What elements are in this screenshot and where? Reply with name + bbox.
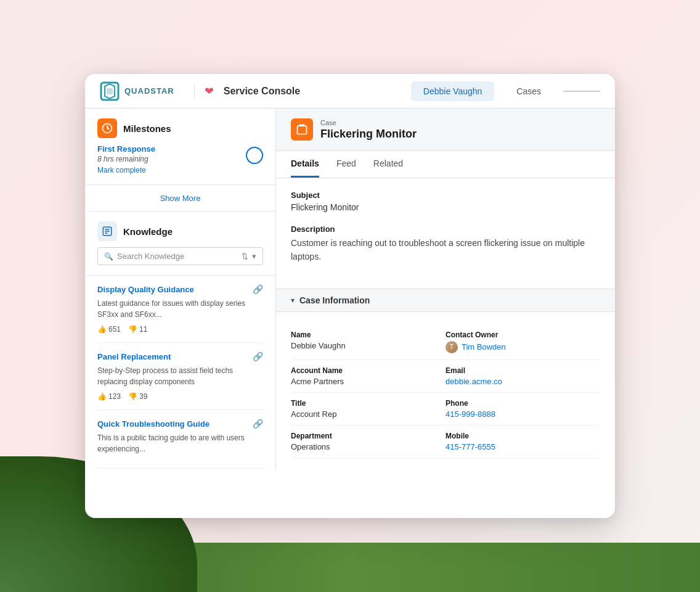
- article-title-1[interactable]: Display Quality Guidance: [97, 285, 194, 294]
- tab-cases[interactable]: Cases: [504, 81, 553, 101]
- article-list: Display Quality Guidance 🔗 Latest guidan…: [85, 276, 275, 469]
- article-desc-3: This is a public facing guide to are wit…: [97, 432, 263, 454]
- account-name-label: Account Name: [291, 366, 438, 375]
- description-field: Description Customer is reaching out to …: [291, 224, 600, 264]
- thumbs-down-2: 👎 39: [128, 392, 147, 401]
- title-label: Title: [291, 399, 438, 408]
- contact-owner-value[interactable]: Tim Bowden: [462, 342, 506, 352]
- app-title: Service Console: [224, 86, 401, 97]
- article-desc-2: Step-by-Step process to assist field tec…: [97, 365, 263, 387]
- logo-icon: [100, 81, 120, 101]
- milestones-header: Milestones: [97, 118, 263, 138]
- account-name-value: Acme Partners: [291, 377, 438, 386]
- account-name-cell: Account Name Acme Partners: [291, 360, 446, 393]
- svg-rect-7: [298, 126, 307, 134]
- milestones-title: Milestones: [123, 123, 171, 134]
- phone-label: Phone: [446, 399, 593, 408]
- milestone-time: 8 hrs remaining: [97, 155, 238, 163]
- email-value[interactable]: debbie.acme.co: [446, 377, 593, 386]
- case-details: Subject Flickering Monitor Description C…: [276, 178, 615, 289]
- nav-bar: QUADSTAR ❤ Service Console Debbie Vaughn…: [85, 74, 615, 109]
- case-label: Case: [320, 119, 600, 126]
- description-value: Customer is reaching out to troubleshoot…: [291, 236, 600, 264]
- accordion-chevron-icon: ▾: [291, 296, 295, 305]
- contact-owner-cell: Contact Owner T Tim Bowden: [446, 324, 600, 360]
- phone-cell: Phone 415-999-8888: [446, 393, 600, 426]
- accordion-title: Case Information: [299, 295, 370, 305]
- contact-owner-label: Contact Owner: [446, 331, 593, 339]
- thumbs-up-2: 👍 123: [97, 392, 121, 401]
- article-title-row-1: Display Quality Guidance 🔗: [97, 284, 263, 294]
- contact-owner-row: T Tim Bowden: [446, 341, 593, 353]
- milestone-circle-indicator: [246, 147, 263, 164]
- email-label: Email: [446, 366, 593, 375]
- show-more-section: Show More: [85, 185, 275, 212]
- contact-owner-avatar: T: [446, 341, 458, 353]
- milestone-details: First Response 8 hrs remaining Mark comp…: [97, 144, 238, 175]
- case-title-area: Case Flickering Monitor: [320, 119, 600, 141]
- milestone-section-icon: [97, 118, 117, 138]
- tab-debbie-vaughn[interactable]: Debbie Vaughn: [411, 81, 494, 101]
- thumbs-down-icon-2: 👎: [128, 392, 137, 401]
- name-label: Name: [291, 331, 438, 339]
- search-icon: 🔍: [104, 252, 113, 261]
- article-votes-1: 👍 651 👎 11: [97, 325, 263, 334]
- tab-details[interactable]: Details: [291, 151, 319, 178]
- article-title-row-2: Panel Replacement 🔗: [97, 352, 263, 361]
- tab-related[interactable]: Related: [373, 151, 403, 178]
- case-title: Flickering Monitor: [320, 128, 600, 141]
- logo-text: QUADSTAR: [124, 86, 174, 96]
- milestones-section: Milestones First Response 8 hrs remainin…: [85, 109, 275, 185]
- title-cell: Title Account Rep: [291, 393, 446, 426]
- milestone-name[interactable]: First Response: [97, 144, 238, 154]
- case-info-accordion[interactable]: ▾ Case Information: [276, 289, 615, 312]
- knowledge-search-box[interactable]: 🔍 Search Knowledge ⇅ ▾: [97, 247, 263, 265]
- article-link-icon-3[interactable]: 🔗: [253, 419, 263, 429]
- name-cell: Name Debbie Vaughn: [291, 324, 446, 360]
- subject-field: Subject Flickering Monitor: [291, 191, 600, 212]
- email-cell: Email debbie.acme.co: [446, 360, 600, 393]
- article-item-1: Display Quality Guidance 🔗 Latest guidan…: [97, 276, 263, 343]
- show-more-link[interactable]: Show More: [160, 194, 201, 203]
- subject-label: Subject: [291, 191, 600, 200]
- mobile-cell: Mobile 415-777-6555: [446, 426, 600, 458]
- mobile-label: Mobile: [446, 432, 593, 440]
- department-label: Department: [291, 432, 438, 440]
- article-link-icon-1[interactable]: 🔗: [253, 284, 263, 294]
- article-link-icon-2[interactable]: 🔗: [253, 352, 263, 361]
- article-title-2[interactable]: Panel Replacement: [97, 352, 171, 361]
- knowledge-title: Knowledge: [123, 226, 173, 237]
- description-label: Description: [291, 224, 600, 234]
- thumbs-up-icon-1: 👍: [97, 325, 107, 334]
- filter-icon[interactable]: ▾: [252, 252, 256, 261]
- knowledge-search-placeholder: Search Knowledge: [117, 252, 238, 261]
- article-title-3[interactable]: Quick Troubleshooting Guide: [97, 419, 210, 429]
- sort-icon[interactable]: ⇅: [242, 252, 248, 261]
- article-item-2: Panel Replacement 🔗 Step-by-Step process…: [97, 343, 263, 410]
- logo-area: QUADSTAR: [100, 81, 174, 101]
- article-title-row-3: Quick Troubleshooting Guide 🔗: [97, 419, 263, 429]
- knowledge-section-icon: [97, 221, 117, 241]
- article-votes-2: 👍 123 👎 39: [97, 392, 263, 401]
- article-desc-1: Latest guidance for issues with display …: [97, 298, 263, 320]
- left-panel: Milestones First Response 8 hrs remainin…: [85, 109, 276, 471]
- title-value: Account Rep: [291, 409, 438, 419]
- phone-value[interactable]: 415-999-8888: [446, 409, 593, 419]
- heart-icon: ❤: [205, 84, 214, 98]
- case-icon: [291, 118, 313, 141]
- name-value: Debbie Vaughn: [291, 341, 438, 350]
- info-grid: Name Debbie Vaughn Contact Owner T Tim B…: [276, 312, 615, 471]
- mobile-value[interactable]: 415-777-6555: [446, 442, 593, 451]
- right-panel: Case Flickering Monitor Details Feed Rel…: [276, 109, 615, 471]
- knowledge-section: Knowledge 🔍 Search Knowledge ⇅ ▾: [85, 212, 275, 276]
- search-controls: ⇅ ▾: [242, 252, 256, 261]
- milestone-mark-complete[interactable]: Mark complete: [97, 166, 238, 175]
- app-window: QUADSTAR ❤ Service Console Debbie Vaughn…: [85, 74, 615, 518]
- main-content: Milestones First Response 8 hrs remainin…: [85, 109, 615, 471]
- article-item-3: Quick Troubleshooting Guide 🔗 This is a …: [97, 410, 263, 469]
- thumbs-down-1: 👎 11: [128, 325, 147, 334]
- tab-feed[interactable]: Feed: [336, 151, 356, 178]
- tabs-bar: Details Feed Related: [276, 151, 615, 178]
- milestone-item: First Response 8 hrs remaining Mark comp…: [97, 144, 263, 175]
- svg-rect-1: [107, 88, 113, 94]
